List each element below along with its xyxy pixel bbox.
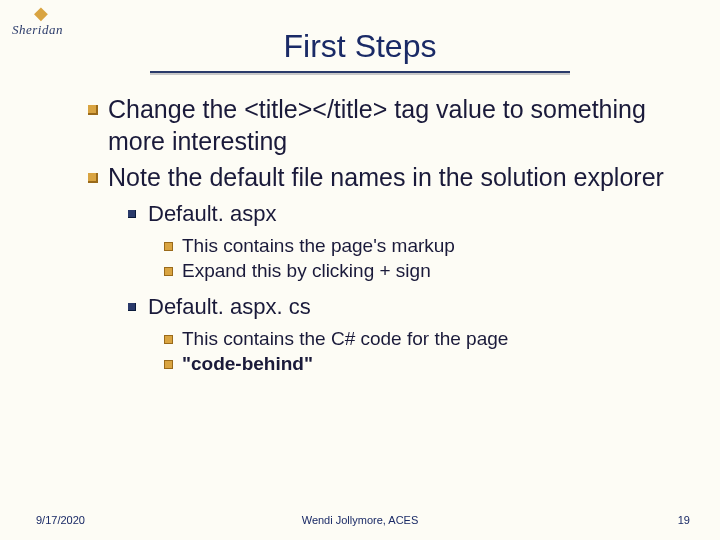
- bullet-text: Note the default file names in the solut…: [108, 163, 664, 191]
- bullet-text: "code-behind": [182, 353, 313, 374]
- bullet-text: Change the <title></title> tag value to …: [108, 95, 646, 155]
- bullet-l2: Default. aspx. cs This contains the C# c…: [108, 292, 680, 377]
- bullet-l3: Expand this by clicking + sign: [148, 258, 680, 284]
- logo: ◆ Sheridan: [12, 6, 63, 38]
- slide-content: Change the <title></title> tag value to …: [60, 93, 680, 377]
- bullet-text: This contains the page's markup: [182, 235, 455, 256]
- footer: 9/17/2020 Wendi Jollymore, ACES 19: [0, 514, 720, 526]
- logo-text: Sheridan: [12, 22, 63, 37]
- bullet-l2: Default. aspx This contains the page's m…: [108, 199, 680, 284]
- bullet-l3: This contains the C# code for the page: [148, 326, 680, 352]
- bullet-l1: Note the default file names in the solut…: [60, 161, 680, 377]
- footer-author: Wendi Jollymore, ACES: [0, 514, 720, 526]
- slide-title: First Steps: [0, 28, 720, 65]
- bullet-text: Default. aspx. cs: [148, 294, 311, 319]
- bullet-l3: This contains the page's markup: [148, 233, 680, 259]
- title-underline: [150, 71, 570, 73]
- footer-date: 9/17/2020: [36, 514, 85, 526]
- bullet-text: This contains the C# code for the page: [182, 328, 508, 349]
- bullet-text: Expand this by clicking + sign: [182, 260, 431, 281]
- bullet-l1: Change the <title></title> tag value to …: [60, 93, 680, 157]
- diamond-icon: ◆: [34, 6, 63, 20]
- bullet-l3: "code-behind": [148, 351, 680, 377]
- bullet-text: Default. aspx: [148, 201, 276, 226]
- footer-page-number: 19: [678, 514, 690, 526]
